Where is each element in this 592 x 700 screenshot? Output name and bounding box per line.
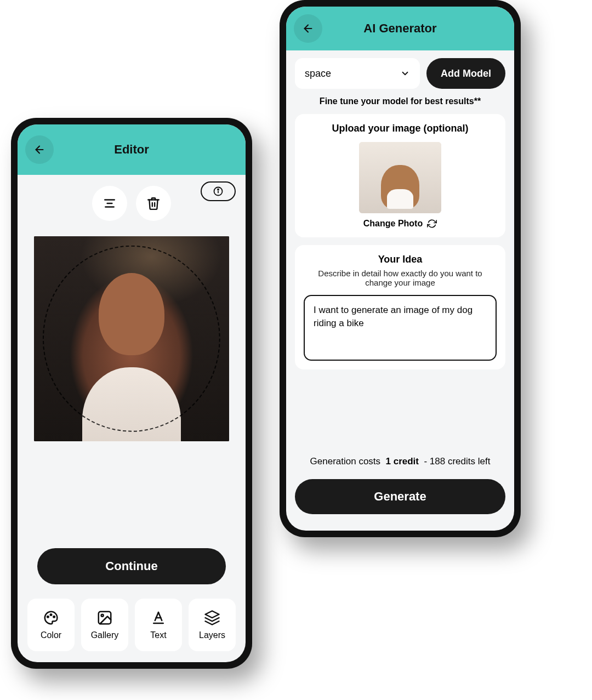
arrow-left-icon — [302, 22, 314, 35]
tool-color[interactable]: Color — [27, 599, 75, 651]
model-row: space Add Model — [295, 58, 505, 89]
model-selected-value: space — [305, 68, 331, 79]
credits-suffix: - 188 credits left — [424, 456, 490, 466]
back-button[interactable] — [25, 135, 54, 164]
idea-subtitle: Describe in detail how exactly do you wa… — [304, 269, 497, 287]
credits-line: Generation costs 1 credit - 188 credits … — [295, 456, 505, 467]
continue-button[interactable]: Continue — [37, 548, 226, 584]
model-select[interactable]: space — [295, 58, 420, 89]
svg-point-9 — [53, 616, 55, 618]
refresh-icon — [427, 219, 437, 229]
svg-point-11 — [101, 614, 104, 617]
tool-label: Layers — [199, 630, 225, 640]
tool-label: Gallery — [91, 630, 119, 640]
svg-marker-14 — [206, 611, 219, 618]
align-button[interactable] — [92, 186, 127, 221]
canvas-image[interactable] — [34, 236, 229, 441]
svg-point-8 — [50, 614, 52, 616]
tool-label: Text — [150, 630, 166, 640]
idea-textarea[interactable]: I want to generate an image of my dog ri… — [304, 295, 497, 361]
tool-label: Color — [41, 630, 61, 640]
tool-text[interactable]: Text — [135, 599, 182, 651]
back-button[interactable] — [294, 14, 322, 43]
chevron-down-icon — [400, 69, 410, 78]
text-icon — [150, 610, 167, 626]
generate-button[interactable]: Generate — [295, 479, 505, 514]
upload-title: Upload your image (optional) — [304, 123, 497, 134]
generator-header: AI Generator — [286, 7, 514, 50]
finetune-note: Fine tune your model for best results** — [295, 96, 505, 106]
tool-row: Color Gallery Text Layers — [18, 584, 246, 662]
delete-button[interactable] — [136, 186, 171, 221]
add-model-button[interactable]: Add Model — [426, 58, 505, 89]
change-photo-button[interactable]: Change Photo — [304, 219, 497, 229]
tool-layers[interactable]: Layers — [189, 599, 236, 651]
image-icon — [96, 610, 113, 626]
editor-header: Editor — [18, 124, 246, 175]
generator-phone: AI Generator space Add Model Fine tune y… — [280, 0, 521, 537]
upload-card: Upload your image (optional) Change Phot… — [295, 114, 505, 237]
info-button[interactable] — [201, 181, 236, 201]
layers-icon — [204, 610, 220, 626]
editor-phone: Editor Continue — [11, 118, 252, 669]
align-center-icon — [103, 196, 117, 210]
arrow-left-icon — [33, 144, 45, 156]
info-icon — [213, 186, 224, 197]
credits-prefix: Generation costs — [310, 456, 381, 466]
editor-toolbar — [18, 175, 246, 226]
change-photo-label: Change Photo — [363, 219, 423, 229]
svg-point-6 — [218, 189, 219, 190]
uploaded-image-thumbnail[interactable] — [359, 142, 441, 213]
tool-gallery[interactable]: Gallery — [81, 599, 128, 651]
credits-cost: 1 credit — [386, 456, 419, 466]
trash-icon — [146, 196, 161, 210]
svg-point-7 — [47, 616, 49, 618]
palette-icon — [43, 610, 59, 626]
idea-card: Your Idea Describe in detail how exactly… — [295, 245, 505, 369]
idea-title: Your Idea — [304, 254, 497, 265]
